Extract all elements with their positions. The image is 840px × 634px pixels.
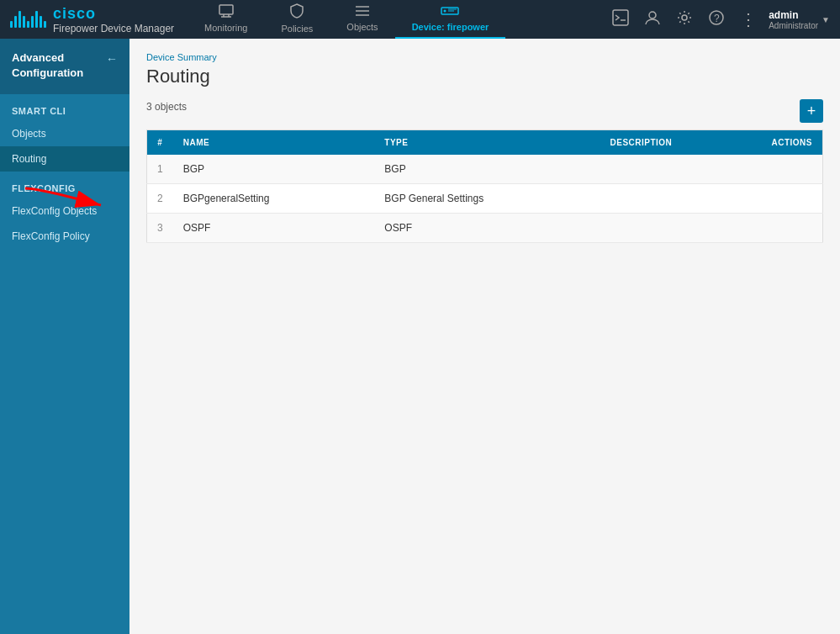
table-row[interactable]: 3 OSPF OSPF: [147, 214, 823, 243]
page-title: Routing: [146, 66, 823, 87]
objects-icon: [355, 5, 370, 20]
table-header-row: # NAME TYPE DESCRIPTION ACTIONS: [147, 130, 823, 156]
nav-monitoring[interactable]: Monitoring: [188, 0, 264, 40]
nav-policies-label: Policies: [281, 24, 313, 34]
user-role-label: Administrator: [769, 21, 818, 30]
sidebar-objects-label: Objects: [12, 128, 46, 140]
row-description: [600, 184, 755, 214]
cisco-icon: [10, 11, 46, 28]
nav-device[interactable]: Device: firepower: [395, 0, 506, 40]
more-options-icon[interactable]: ⋮: [737, 6, 760, 33]
svg-rect-11: [613, 10, 628, 25]
sidebar-flexconfig-objects-label: FlexConfig Objects: [12, 205, 97, 217]
nav-objects-label: Objects: [346, 22, 378, 32]
row-actions[interactable]: [756, 184, 823, 214]
col-description: DESCRIPTION: [600, 130, 755, 156]
row-type: BGP General Settings: [374, 184, 600, 214]
terminal-icon[interactable]: [609, 6, 632, 33]
col-num: #: [147, 130, 173, 156]
col-actions: ACTIONS: [756, 130, 823, 156]
nav-items: Monitoring Policies Objects Device: fire…: [188, 0, 609, 41]
sidebar-header: Advanced Configuration ←: [0, 39, 129, 94]
svg-point-14: [682, 15, 687, 20]
table-row[interactable]: 2 BGPgeneralSetting BGP General Settings: [147, 184, 823, 214]
row-num: 3: [147, 214, 173, 243]
table-row[interactable]: 1 BGP BGP: [147, 155, 823, 184]
svg-rect-0: [219, 5, 233, 14]
sidebar-item-objects[interactable]: Objects: [0, 121, 129, 146]
nav-device-label: Device: firepower: [412, 22, 489, 32]
cisco-brand: cisco: [53, 5, 174, 23]
monitoring-icon: [219, 4, 234, 21]
sidebar-routing-label: Routing: [12, 153, 46, 165]
row-description: [600, 214, 755, 243]
svg-point-13: [649, 12, 656, 18]
sidebar-item-routing[interactable]: Routing: [0, 146, 129, 172]
app-title: Firepower Device Manager: [53, 23, 174, 34]
main-layout: Advanced Configuration ← Smart CLI Objec…: [0, 39, 840, 634]
sidebar-item-flexconfig-objects[interactable]: FlexConfig Objects: [0, 198, 129, 224]
col-type: TYPE: [374, 130, 600, 156]
row-name: BGPgeneralSetting: [173, 184, 375, 214]
cisco-logo: cisco Firepower Device Manager: [10, 5, 188, 34]
row-num: 1: [147, 155, 173, 184]
nav-policies[interactable]: Policies: [264, 0, 330, 41]
policies-icon: [290, 3, 304, 22]
sidebar: Advanced Configuration ← Smart CLI Objec…: [0, 39, 129, 634]
top-navigation: cisco Firepower Device Manager Monitorin…: [0, 0, 840, 39]
settings-icon[interactable]: [673, 6, 696, 33]
objects-count: 3 objects: [146, 101, 187, 113]
row-description: [600, 155, 755, 184]
sidebar-title: Advanced Configuration: [12, 50, 104, 81]
flexconfig-section-label: FlexConfig: [0, 172, 129, 198]
routing-table: # NAME TYPE DESCRIPTION ACTIONS 1 BGP BG…: [146, 129, 823, 243]
col-name: NAME: [173, 130, 375, 156]
sidebar-back-button[interactable]: ←: [104, 50, 119, 67]
row-type: BGP: [374, 155, 600, 184]
nav-monitoring-label: Monitoring: [204, 23, 247, 33]
help-icon[interactable]: ?: [705, 6, 728, 33]
row-num: 2: [147, 184, 173, 214]
svg-text:?: ?: [714, 13, 720, 24]
row-actions[interactable]: [756, 155, 823, 184]
device-icon: [441, 5, 459, 20]
row-name: BGP: [173, 155, 375, 184]
user-icon[interactable]: [641, 6, 664, 33]
breadcrumb[interactable]: Device Summary: [146, 52, 823, 62]
nav-objects[interactable]: Objects: [330, 0, 394, 40]
add-button[interactable]: +: [800, 99, 823, 123]
sidebar-item-flexconfig-policy[interactable]: FlexConfig Policy: [0, 224, 129, 249]
nav-right-controls: ? ⋮ admin Administrator ▼: [609, 6, 830, 33]
svg-point-8: [444, 9, 446, 12]
smart-cli-section-label: Smart CLI: [0, 94, 129, 121]
user-menu[interactable]: admin Administrator ▼: [769, 9, 830, 30]
row-actions[interactable]: [756, 214, 823, 243]
row-type: OSPF: [374, 214, 600, 243]
row-name: OSPF: [173, 214, 375, 243]
username-label: admin: [769, 9, 818, 21]
sidebar-flexconfig-policy-label: FlexConfig Policy: [12, 230, 90, 242]
main-content: Device Summary Routing 3 objects + # NAM…: [129, 39, 840, 634]
user-chevron-icon: ▼: [822, 15, 830, 24]
